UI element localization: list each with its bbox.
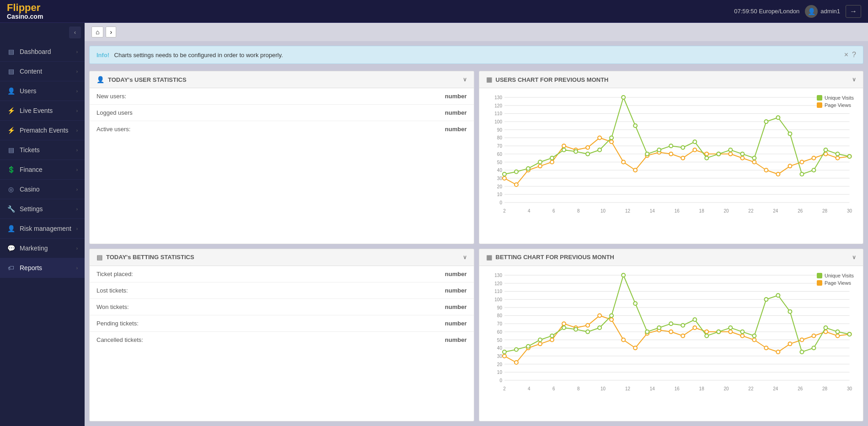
content-icon: ▤ [7,67,15,75]
svg-point-171 [800,338,804,341]
page-views-dot [817,102,822,108]
sidebar-item-dashboard[interactable]: ▤ Dashboard › [0,42,85,62]
page-views-label: Page Views [825,102,851,108]
betting-stats-icon: ▤ [96,254,102,261]
dashboard-grid: 👤 TODAY's USER STATISTICS ∨ New users: n… [85,69,868,426]
svg-point-194 [717,330,720,333]
lost-tickets-label: Lost tickets: [90,282,331,298]
svg-text:60: 60 [497,329,502,334]
svg-point-193 [705,334,708,337]
sidebar-item-live-events[interactable]: ⚡ Live Events › [0,101,85,121]
betting-stats-chevron[interactable]: ∨ [463,254,467,261]
svg-point-203 [824,326,827,330]
logout-button[interactable]: → [846,5,861,18]
svg-text:80: 80 [497,313,502,318]
header-time: 07:59:50 Europe/London [734,8,799,15]
betting-stats-header: ▤ TODAY's BETTING STATISTICS ∨ [90,249,474,266]
svg-point-79 [574,150,578,154]
new-users-value: number [314,88,474,105]
betting-chart-chevron[interactable]: ∨ [852,254,856,261]
svg-text:18: 18 [699,386,704,391]
alert-close-button[interactable]: × [844,51,848,59]
logged-users-value: number [314,105,474,121]
ticket-placed-label: Ticket placed: [90,266,331,282]
sidebar-item-content[interactable]: ▤ Content › [0,62,85,81]
svg-text:110: 110 [494,111,502,116]
legend-page-views: Page Views [817,102,854,108]
sidebar-item-users[interactable]: 👤 Users › [0,81,85,101]
svg-text:110: 110 [494,289,502,294]
sidebar-label-settings: Settings [20,205,43,213]
forward-button[interactable]: › [106,27,116,37]
svg-point-74 [514,170,518,174]
svg-point-205 [847,332,851,336]
svg-point-64 [752,160,756,164]
logo-casino: Casino.com [7,13,43,20]
svg-point-201 [800,350,804,354]
svg-point-54 [633,168,637,172]
sidebar-item-casino[interactable]: ◎ Casino › [0,180,85,199]
alert-help-button[interactable]: ? [852,51,856,59]
svg-point-95 [764,120,768,123]
users-chart-card: ▦ USERS CHART FOR PREVIOUS MONTH ∨ 01020… [479,71,864,244]
svg-point-76 [538,160,542,164]
svg-point-149 [538,342,542,346]
chevron-right-icon: › [76,246,78,251]
active-users-label: Active users: [90,121,314,138]
sidebar-item-settings[interactable]: 🔧 Settings › [0,199,85,219]
sidebar-item-risk-management[interactable]: 👤 Risk management › [0,219,85,239]
svg-text:2: 2 [503,386,506,391]
svg-text:30: 30 [497,353,502,358]
svg-point-48 [562,144,566,148]
svg-point-51 [598,136,601,139]
sidebar-item-finance[interactable]: 💲 Finance › [0,160,85,180]
svg-text:14: 14 [649,386,655,391]
svg-point-204 [836,330,839,333]
svg-text:22: 22 [748,386,754,391]
home-button[interactable]: ⌂ [91,27,103,37]
svg-text:18: 18 [699,208,704,213]
page-views-dot-2 [817,280,822,286]
svg-point-174 [836,334,839,337]
logo-flipper: Flipper [7,2,43,13]
username: admin1 [820,8,840,15]
svg-text:10: 10 [600,208,606,213]
betting-stats-card: ▤ TODAY's BETTING STATISTICS ∨ Ticket pl… [89,249,474,422]
betting-chart-title: BETTING CHART FOR PREVIOUS MONTH [496,254,614,261]
svg-text:8: 8 [577,208,579,213]
sidebar-toggle-button[interactable]: ‹ [69,27,81,38]
pending-tickets-label: Pending tickets: [90,315,331,331]
sidebar-item-reports[interactable]: 🏷 Reports › [0,258,85,278]
svg-point-92 [729,148,732,152]
svg-text:40: 40 [497,168,502,173]
svg-point-198 [764,298,768,301]
svg-point-94 [752,156,756,160]
users-chart-chevron[interactable]: ∨ [852,76,856,83]
sidebar-item-marketing[interactable]: 💬 Marketing › [0,239,85,258]
svg-text:0: 0 [499,378,502,383]
betting-chart-header: ▦ BETTING CHART FOR PREVIOUS MONTH ∨ [479,249,863,266]
svg-point-154 [598,314,601,317]
svg-text:6: 6 [552,208,555,213]
svg-point-59 [693,148,697,152]
user-stats-chevron[interactable]: ∨ [463,76,467,83]
chevron-right-icon: › [76,69,78,74]
svg-point-184 [598,326,601,330]
svg-point-195 [729,326,732,330]
svg-text:26: 26 [798,386,803,391]
table-row: Cancelled tickets: number [90,331,474,348]
svg-point-93 [740,152,744,156]
svg-text:90: 90 [497,128,502,133]
svg-text:90: 90 [497,305,502,310]
svg-text:28: 28 [822,386,828,391]
svg-point-153 [586,323,589,327]
sidebar-item-prematch-events[interactable]: ⚡ Prematch Events › [0,121,85,140]
svg-text:22: 22 [748,208,754,213]
won-tickets-label: Won tickets: [90,298,331,315]
live-events-icon: ⚡ [7,106,15,115]
betting-chart-legend: Unique Visits Page Views [817,273,854,286]
sidebar-item-tickets[interactable]: ▤ Tickets › [0,140,85,160]
svg-point-77 [550,156,554,160]
svg-point-166 [740,334,744,337]
svg-text:120: 120 [494,281,502,286]
